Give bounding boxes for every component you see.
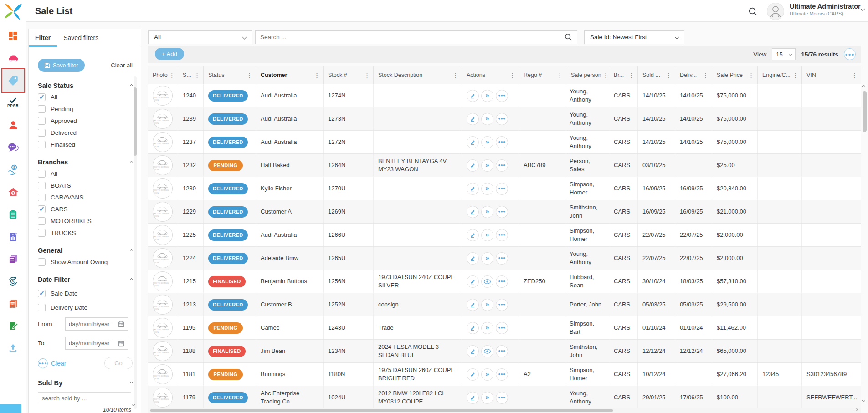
checkbox[interactable] bbox=[38, 258, 46, 266]
more-actions-button[interactable]: ●●● bbox=[496, 322, 508, 334]
column-header-vin[interactable]: VIN⋮ bbox=[802, 66, 861, 84]
date-to-field[interactable] bbox=[65, 337, 128, 350]
photo-placeholder[interactable]: PHOTO COMING SOON bbox=[153, 271, 173, 291]
filter-option-pending[interactable]: Pending bbox=[38, 105, 133, 113]
filter-option-cars[interactable]: CARS bbox=[38, 205, 133, 213]
checkbox[interactable] bbox=[38, 93, 46, 101]
checkbox[interactable] bbox=[38, 170, 46, 178]
filter-option-show-amount-owing[interactable]: Show Amount Owing bbox=[38, 258, 133, 266]
column-header-br[interactable]: Br...⋮ bbox=[609, 66, 638, 84]
nav-upload-icon[interactable] bbox=[0, 337, 26, 359]
photo-cell[interactable]: PHOTO COMING SOON bbox=[148, 154, 178, 177]
filter-scrollbar[interactable] bbox=[134, 76, 137, 409]
edit-button[interactable] bbox=[467, 90, 479, 102]
user-menu[interactable]: Ultimate Administrator Ultimate Motors (… bbox=[790, 3, 867, 16]
filter-option-delivery-date[interactable]: Delivery Date bbox=[38, 304, 133, 311]
app-logo-icon[interactable] bbox=[3, 2, 23, 22]
photo-placeholder[interactable]: PHOTO COMING SOON bbox=[153, 202, 173, 222]
vertical-scrollbar-thumb[interactable] bbox=[863, 91, 867, 132]
table-row-sale-1188[interactable]: PHOTO COMING SOON1188FINALISEDJim Bean12… bbox=[148, 340, 861, 363]
table-more-button[interactable]: ●●● bbox=[844, 48, 856, 60]
photo-cell[interactable]: PHOTO COMING SOON bbox=[148, 293, 178, 316]
edit-button[interactable] bbox=[467, 113, 479, 125]
add-sale-button[interactable]: + Add bbox=[155, 48, 184, 60]
go-button[interactable]: Go bbox=[104, 357, 133, 369]
checkbox[interactable] bbox=[38, 229, 46, 237]
scroll-right-chevron-icon[interactable] bbox=[855, 408, 858, 411]
nav-reports-chart-icon[interactable] bbox=[0, 225, 26, 248]
more-actions-button[interactable]: ●●● bbox=[496, 159, 508, 172]
clear-dates-button[interactable]: ●●● Clear bbox=[38, 358, 66, 368]
edit-button[interactable] bbox=[467, 275, 479, 288]
forward-button[interactable]: » bbox=[481, 368, 493, 381]
photo-placeholder[interactable]: PHOTO COMING SOON bbox=[153, 86, 173, 106]
column-header-sale-price[interactable]: Sale Price⋮ bbox=[712, 66, 758, 84]
edit-button[interactable] bbox=[467, 136, 479, 148]
photo-placeholder[interactable]: PHOTO COMING SOON bbox=[153, 109, 173, 129]
table-row-sale-1237[interactable]: PHOTO COMING SOON1237DELIVEREDAudi Austr… bbox=[148, 131, 861, 154]
column-menu-icon[interactable]: ⋮ bbox=[508, 72, 517, 79]
more-actions-button[interactable]: ●●● bbox=[496, 229, 508, 241]
nav-documents-icon[interactable] bbox=[0, 248, 26, 270]
edit-button[interactable] bbox=[467, 322, 479, 334]
forward-button[interactable]: » bbox=[481, 206, 493, 218]
nav-invoices-calculator-icon[interactable] bbox=[0, 292, 26, 315]
column-menu-icon[interactable]: ⋮ bbox=[555, 72, 564, 79]
column-header-sale-person[interactable]: Sale person⋮ bbox=[566, 66, 609, 84]
filter-option-delivered[interactable]: Delivered bbox=[38, 129, 133, 137]
edit-button[interactable] bbox=[467, 299, 479, 311]
edit-button[interactable] bbox=[467, 368, 479, 381]
save-filter-button[interactable]: Save filter bbox=[38, 59, 85, 72]
photo-cell[interactable]: PHOTO COMING SOON bbox=[148, 131, 178, 153]
table-search-input[interactable] bbox=[260, 34, 565, 41]
collapse-chevron-icon[interactable] bbox=[130, 381, 133, 384]
search-icon[interactable] bbox=[748, 7, 758, 16]
table-row-sale-1213[interactable]: PHOTO COMING SOON1213DELIVEREDCustomer B… bbox=[148, 293, 861, 316]
photo-cell[interactable]: PHOTO COMING SOON bbox=[148, 107, 178, 130]
checkbox[interactable] bbox=[38, 129, 46, 137]
more-actions-button[interactable]: ●●● bbox=[496, 345, 508, 357]
filter-option-motorbikes[interactable]: MOTORBIKES bbox=[38, 217, 133, 225]
date-to-input[interactable] bbox=[69, 340, 118, 347]
column-menu-icon[interactable]: ⋮ bbox=[245, 72, 254, 79]
column-menu-icon[interactable]: ⋮ bbox=[701, 72, 710, 79]
filter-scrollbar-thumb[interactable] bbox=[134, 87, 137, 156]
category-filter-dropdown[interactable]: All bbox=[148, 30, 252, 44]
table-row-sale-1240[interactable]: PHOTO COMING SOON1240DELIVEREDAudi Austr… bbox=[148, 84, 861, 107]
forward-button[interactable]: » bbox=[481, 299, 493, 311]
filter-option-caravans[interactable]: CARAVANS bbox=[38, 194, 133, 201]
nav-dashboard-icon[interactable] bbox=[0, 25, 26, 47]
column-menu-icon[interactable]: ⋮ bbox=[850, 72, 859, 79]
view-button[interactable] bbox=[481, 345, 493, 357]
calendar-icon[interactable] bbox=[118, 321, 124, 327]
table-search-field[interactable] bbox=[255, 30, 577, 44]
photo-cell[interactable]: PHOTO COMING SOON bbox=[148, 224, 178, 246]
checkbox[interactable] bbox=[38, 205, 46, 213]
collapse-chevron-icon[interactable] bbox=[130, 249, 133, 252]
photo-cell[interactable]: PHOTO COMING SOON bbox=[148, 247, 178, 270]
forward-button[interactable]: » bbox=[481, 392, 493, 404]
edit-button[interactable] bbox=[467, 252, 479, 265]
forward-button[interactable]: » bbox=[481, 252, 493, 265]
table-row-sale-1239[interactable]: PHOTO COMING SOON1239DELIVEREDAudi Austr… bbox=[148, 107, 861, 131]
photo-placeholder[interactable]: PHOTO COMING SOON bbox=[153, 364, 173, 384]
column-header-s[interactable]: S...⋮ bbox=[178, 66, 204, 84]
edit-button[interactable] bbox=[467, 206, 479, 218]
collapse-chevron-icon[interactable] bbox=[130, 84, 133, 87]
sold-by-search-input[interactable] bbox=[38, 392, 131, 404]
scroll-up-chevron-icon[interactable] bbox=[862, 85, 865, 88]
photo-cell[interactable]: PHOTO COMING SOON bbox=[148, 270, 178, 293]
column-menu-icon[interactable]: ⋮ bbox=[664, 72, 673, 79]
forward-button[interactable]: » bbox=[481, 90, 493, 102]
column-menu-icon[interactable]: ⋮ bbox=[313, 72, 321, 79]
calendar-icon[interactable] bbox=[118, 340, 124, 347]
page-size-dropdown[interactable]: 15 bbox=[772, 48, 796, 60]
horizontal-scrollbar-thumb[interactable] bbox=[150, 409, 613, 412]
column-menu-icon[interactable]: ⋮ bbox=[363, 72, 371, 79]
filter-option-sale-date[interactable]: Sale Date bbox=[38, 290, 133, 297]
photo-placeholder[interactable]: PHOTO COMING SOON bbox=[153, 155, 173, 175]
photo-placeholder[interactable]: PHOTO COMING SOON bbox=[153, 225, 173, 245]
table-row-sale-1229[interactable]: PHOTO COMING SOON1229DELIVEREDCustomer A… bbox=[148, 200, 861, 224]
collapse-chevron-icon[interactable] bbox=[130, 278, 133, 281]
tab-filter[interactable]: Filter bbox=[29, 29, 57, 47]
